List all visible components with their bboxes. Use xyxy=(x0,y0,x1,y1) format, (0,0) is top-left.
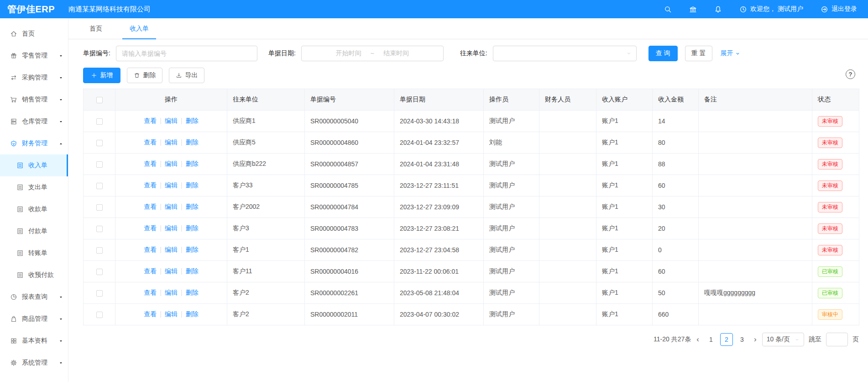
delete-link[interactable]: 删除 xyxy=(186,246,199,253)
bank-icon[interactable] xyxy=(689,5,697,13)
sidebar-item-label: 转账单 xyxy=(28,249,47,257)
delete-link[interactable]: 删除 xyxy=(186,138,199,146)
jump-page-input[interactable] xyxy=(826,333,848,346)
row-checkbox[interactable] xyxy=(96,290,103,297)
row-checkbox[interactable] xyxy=(96,247,103,254)
sidebar-item-advance[interactable]: 收预付款 xyxy=(0,264,68,286)
bell-icon[interactable] xyxy=(714,5,722,13)
view-link[interactable]: 查看 xyxy=(144,117,157,124)
next-page-arrow[interactable]: › xyxy=(753,335,758,344)
row-checkbox[interactable] xyxy=(96,204,103,211)
sidebar-item-purchase[interactable]: 采购管理 xyxy=(0,67,68,89)
cell-remark xyxy=(699,196,812,218)
row-checkbox[interactable] xyxy=(96,269,103,275)
expand-link[interactable]: 展开 xyxy=(721,49,740,58)
view-link[interactable]: 查看 xyxy=(144,246,157,253)
cell-bill-no: SR00000004860 xyxy=(305,132,394,154)
edit-link[interactable]: 编辑 xyxy=(165,224,178,232)
help-icon[interactable]: ? xyxy=(846,69,855,79)
view-link[interactable]: 查看 xyxy=(144,203,157,210)
sidebar-item-system[interactable]: 系统管理 xyxy=(0,352,68,374)
sidebar-item-transfer[interactable]: 转账单 xyxy=(0,242,68,264)
page-number-3[interactable]: 3 xyxy=(736,333,748,346)
delete-link[interactable]: 删除 xyxy=(186,160,199,167)
view-link[interactable]: 查看 xyxy=(144,224,157,232)
edit-link[interactable]: 编辑 xyxy=(165,310,178,318)
sidebar-item-payment[interactable]: 付款单 xyxy=(0,220,68,242)
view-link[interactable]: 查看 xyxy=(144,181,157,189)
view-link[interactable]: 查看 xyxy=(144,138,157,146)
add-button[interactable]: 新增 xyxy=(83,68,120,83)
page-size-select[interactable]: 10 条/页 xyxy=(762,333,804,346)
row-checkbox[interactable] xyxy=(96,161,103,168)
row-checkbox[interactable] xyxy=(96,183,103,189)
cell-amount: 60 xyxy=(653,261,699,282)
date-start-placeholder: 开始时间 xyxy=(336,49,361,58)
logout-button[interactable]: 退出登录 xyxy=(821,5,857,13)
edit-link[interactable]: 编辑 xyxy=(165,181,178,189)
cell-remark xyxy=(699,132,812,154)
top-header-bar: 管伊佳ERP 南通某某网络科技有限公司 欢迎您， 测试用户 退出登录 xyxy=(0,0,868,18)
sales-icon xyxy=(10,96,17,103)
view-link[interactable]: 查看 xyxy=(144,310,157,318)
sidebar-item-warehouse[interactable]: 仓库管理 xyxy=(0,111,68,133)
sidebar-item-expense[interactable]: 支出单 xyxy=(0,176,68,198)
cell-finance xyxy=(539,154,596,175)
row-actions: 查看|编辑|删除 xyxy=(115,154,227,175)
jump-suffix-label: 页 xyxy=(852,335,859,344)
sidebar-item-goods[interactable]: 商品管理 xyxy=(0,308,68,330)
edit-link[interactable]: 编辑 xyxy=(165,117,178,124)
cell-operator: 测试用户 xyxy=(484,111,539,132)
sidebar-item-reports[interactable]: 报表查询 xyxy=(0,286,68,308)
cell-remark xyxy=(699,154,812,175)
search-icon[interactable] xyxy=(664,5,672,13)
status-badge: 未审核 xyxy=(818,138,842,148)
row-checkbox[interactable] xyxy=(96,118,103,125)
delete-link[interactable]: 删除 xyxy=(186,289,199,296)
tab-income[interactable]: 收入单 xyxy=(127,18,152,39)
delete-link[interactable]: 删除 xyxy=(186,181,199,189)
row-checkbox[interactable] xyxy=(96,226,103,232)
page-number-2[interactable]: 2 xyxy=(720,333,733,346)
edit-link[interactable]: 编辑 xyxy=(165,289,178,296)
delete-link[interactable]: 删除 xyxy=(186,267,199,275)
prev-page-arrow[interactable]: ‹ xyxy=(695,335,700,344)
partner-select[interactable] xyxy=(493,46,637,61)
sidebar-item-sales[interactable]: 销售管理 xyxy=(0,89,68,111)
edit-link[interactable]: 编辑 xyxy=(165,246,178,253)
sidebar-item-basic[interactable]: 基本资料 xyxy=(0,330,68,352)
bill-no-input[interactable] xyxy=(116,46,257,61)
table-row: 查看|编辑|删除供应商b222SR000000048572024-01-04 2… xyxy=(84,154,859,175)
row-checkbox[interactable] xyxy=(96,312,103,318)
date-range-picker[interactable]: 开始时间 ~ 结束时间 xyxy=(301,46,444,61)
edit-link[interactable]: 编辑 xyxy=(165,267,178,275)
view-link[interactable]: 查看 xyxy=(144,289,157,296)
sidebar-item-finance[interactable]: 财务管理 xyxy=(0,133,68,154)
export-button[interactable]: 导出 xyxy=(169,68,204,83)
sidebar-item-home[interactable]: 首页 xyxy=(0,23,68,45)
page-number-1[interactable]: 1 xyxy=(705,333,717,346)
sidebar-item-retail[interactable]: 零售管理 xyxy=(0,45,68,67)
edit-link[interactable]: 编辑 xyxy=(165,203,178,210)
doc-icon xyxy=(16,271,24,279)
delete-link[interactable]: 删除 xyxy=(186,203,199,210)
row-checkbox[interactable] xyxy=(96,140,103,146)
view-link[interactable]: 查看 xyxy=(144,267,157,275)
view-link[interactable]: 查看 xyxy=(144,160,157,167)
edit-link[interactable]: 编辑 xyxy=(165,160,178,167)
edit-link[interactable]: 编辑 xyxy=(165,138,178,146)
delete-link[interactable]: 删除 xyxy=(186,224,199,232)
delete-button[interactable]: 删除 xyxy=(127,68,162,83)
sidebar-item-income[interactable]: 收入单 xyxy=(0,154,68,176)
delete-link[interactable]: 删除 xyxy=(186,310,199,318)
tab-home[interactable]: 首页 xyxy=(87,18,105,39)
cell-date: 2023-12-27 23:11:51 xyxy=(394,175,484,196)
action-separator: | xyxy=(181,117,183,124)
cell-bill-no: SR00000004784 xyxy=(305,196,394,218)
delete-link[interactable]: 删除 xyxy=(186,117,199,124)
select-all-checkbox[interactable] xyxy=(96,97,103,103)
sidebar-item-receipt[interactable]: 收款单 xyxy=(0,198,68,220)
reset-button[interactable]: 重 置 xyxy=(685,46,712,61)
status-badge: 审核中 xyxy=(818,309,842,320)
search-button[interactable]: 查 询 xyxy=(648,46,678,61)
